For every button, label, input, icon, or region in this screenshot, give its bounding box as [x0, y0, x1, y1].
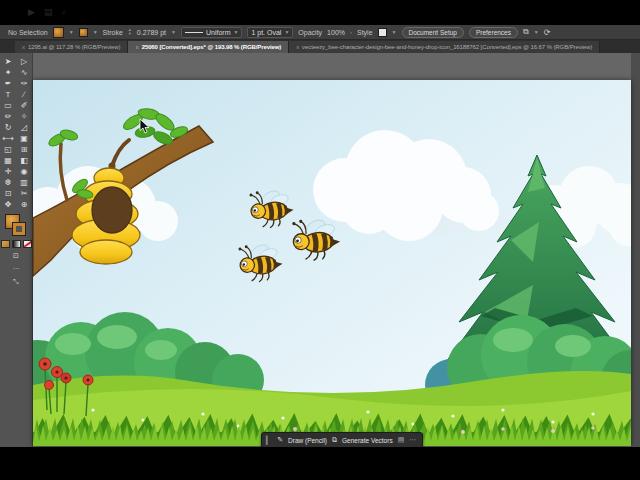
tab-label: vecteezy_bee-character-design-bee-and-ho…: [302, 44, 592, 50]
collapse-panel-icon[interactable]: ⤡: [0, 277, 32, 287]
gradient-tool[interactable]: ◧: [18, 155, 31, 166]
shape-builder-tool[interactable]: ◱: [2, 144, 15, 155]
drawing-modes-icon[interactable]: ⊡: [0, 251, 32, 261]
gradient-button[interactable]: [12, 240, 21, 248]
share-caret-icon[interactable]: ▼: [534, 30, 539, 35]
artwork-scene: [33, 80, 631, 446]
opacity-value[interactable]: 100%: [327, 29, 345, 36]
fill-stroke-indicator[interactable]: [5, 214, 27, 238]
zoom-tool[interactable]: ⊕: [18, 199, 31, 210]
stroke-weight-value[interactable]: 0.2789 pt: [137, 29, 166, 36]
document-tab[interactable]: x 1295.ai @ 117.28 % (RGB/Preview): [15, 41, 128, 53]
artboard-tool[interactable]: ⊡: [2, 188, 15, 199]
column-graph-tool[interactable]: ▥: [18, 177, 31, 188]
width-profile-preview: [185, 32, 203, 33]
style-label: Style: [357, 29, 373, 36]
width-profile-caret-icon: ▼: [233, 30, 238, 35]
width-tool[interactable]: ⟷: [2, 133, 15, 144]
generate-vectors-icon: ⧉: [332, 436, 337, 444]
preferences-button[interactable]: Preferences: [469, 27, 518, 38]
none-button[interactable]: [23, 240, 32, 248]
tab-close-icon[interactable]: x: [296, 44, 299, 50]
generate-vectors-button[interactable]: Generate Vectors: [342, 437, 393, 444]
variable-width-profile-dropdown[interactable]: Uniform ▼: [181, 27, 242, 38]
document-setup-button[interactable]: Document Setup: [402, 27, 464, 38]
hand-tool[interactable]: ✥: [2, 199, 15, 210]
fill-caret-icon[interactable]: ▼: [69, 30, 74, 35]
color-button[interactable]: [1, 240, 10, 248]
document-tab[interactable]: x 25060 [Converted].eps* @ 193.98 % (RGB…: [128, 41, 289, 53]
mesh-tool[interactable]: ▦: [2, 155, 15, 166]
artboard[interactable]: [33, 80, 631, 446]
letterbox-bottom: [0, 447, 640, 480]
symbol-sprayer-tool[interactable]: ❆: [2, 177, 15, 188]
pen-tool[interactable]: ✒: [2, 78, 15, 89]
share-document-icon[interactable]: ⧉: [523, 27, 529, 37]
brush-definition-dropdown[interactable]: 1 pt. Oval ▼: [247, 27, 293, 38]
stroke-caret-icon[interactable]: ▼: [93, 30, 98, 35]
document-tab-bar: x 1295.ai @ 117.28 % (RGB/Preview) x 250…: [0, 40, 640, 53]
slice-tool[interactable]: ✂: [18, 188, 31, 199]
style-swatch[interactable]: [378, 28, 387, 37]
brush-caret-icon: ▼: [284, 30, 289, 35]
document-tab[interactable]: x vecteezy_bee-character-design-bee-and-…: [289, 41, 600, 53]
stroke-weight-caret-icon[interactable]: ▼: [171, 30, 176, 35]
blend-tool[interactable]: ◉: [18, 166, 31, 177]
magic-wand-tool[interactable]: ✦: [2, 67, 15, 78]
perspective-grid-tool[interactable]: ⊞: [18, 144, 31, 155]
mouse-cursor: [139, 119, 150, 134]
stroke-weight-stepper[interactable]: ▲▼: [128, 28, 132, 36]
cloud-sync-icon[interactable]: ⟳: [544, 28, 551, 37]
curvature-tool[interactable]: ✑: [18, 78, 31, 89]
tab-close-icon[interactable]: x: [135, 44, 138, 50]
pencil-icon: ✎: [277, 436, 283, 444]
app-bar: ▶ ▤ ⌕: [28, 7, 66, 18]
app-home-icon[interactable]: ▶: [28, 7, 35, 18]
hive-entrance: [92, 187, 132, 233]
rectangle-tool[interactable]: ▭: [2, 100, 15, 111]
selection-status: No Selection: [8, 29, 48, 36]
fill-color-swatch[interactable]: [53, 27, 64, 38]
direct-selection-tool[interactable]: ▷: [18, 56, 31, 67]
line-segment-tool[interactable]: ∕: [18, 89, 31, 100]
selection-tool[interactable]: ➤: [2, 56, 15, 67]
taskbar-panel-icon[interactable]: ▤: [398, 436, 405, 444]
eyedropper-tool[interactable]: ✛: [2, 166, 15, 177]
stroke-color-swatch[interactable]: [79, 28, 88, 37]
search-icon[interactable]: ⌕: [61, 7, 66, 18]
type-tool[interactable]: T: [2, 89, 15, 100]
scale-tool[interactable]: ◿: [18, 122, 31, 133]
rotate-tool[interactable]: ↻: [2, 122, 15, 133]
shaper-tool[interactable]: ✧: [18, 111, 31, 122]
stroke-label: Stroke: [103, 29, 123, 36]
arrange-documents-icon[interactable]: ▤: [44, 7, 53, 18]
style-caret-icon[interactable]: ▼: [392, 30, 397, 35]
paintbrush-tool[interactable]: ✐: [18, 100, 31, 111]
contextual-task-bar[interactable]: ▎ ✎ Draw (Pencil) ⧉ Generate Vectors ▤ ⋯: [261, 432, 423, 448]
taskbar-more-button[interactable]: ⋯: [409, 436, 416, 444]
illustrator-window: ▶ ▤ ⌕ No Selection ▼ ▼ Stroke ▲▼ 0.2789 …: [0, 0, 640, 480]
pencil-tool[interactable]: ✏: [2, 111, 15, 122]
tools-panel: ➤▷✦∿✒✑T∕▭✐✏✧↻◿⟷▣◱⊞▦◧✛◉❆▥⊡✂✥⊕ ⊡ ⋯ ⤡: [0, 53, 33, 447]
tab-label: 1295.ai @ 117.28 % (RGB/Preview): [28, 44, 121, 50]
width-profile-value: Uniform: [206, 29, 231, 36]
more-tools-icon[interactable]: ⋯: [0, 264, 32, 274]
lasso-tool[interactable]: ∿: [18, 67, 31, 78]
taskbar-drag-handle[interactable]: ▎: [266, 436, 272, 445]
stroke-swatch[interactable]: [13, 223, 25, 235]
brush-definition-value: 1 pt. Oval: [251, 29, 281, 36]
tab-close-icon[interactable]: x: [22, 44, 25, 50]
canvas-pasteboard[interactable]: [33, 53, 631, 447]
control-bar: No Selection ▼ ▼ Stroke ▲▼ 0.2789 pt ▼ U…: [0, 25, 640, 40]
draw-pencil-button[interactable]: Draw (Pencil): [288, 437, 327, 444]
opacity-panel-chevron-icon[interactable]: ›: [350, 29, 352, 35]
opacity-label: Opacity: [298, 29, 322, 36]
tab-label: 25060 [Converted].eps* @ 193.98 % (RGB/P…: [142, 44, 282, 50]
workspace: ➤▷✦∿✒✑T∕▭✐✏✧↻◿⟷▣◱⊞▦◧✛◉❆▥⊡✂✥⊕ ⊡ ⋯ ⤡: [0, 53, 640, 447]
free-transform-tool[interactable]: ▣: [18, 133, 31, 144]
